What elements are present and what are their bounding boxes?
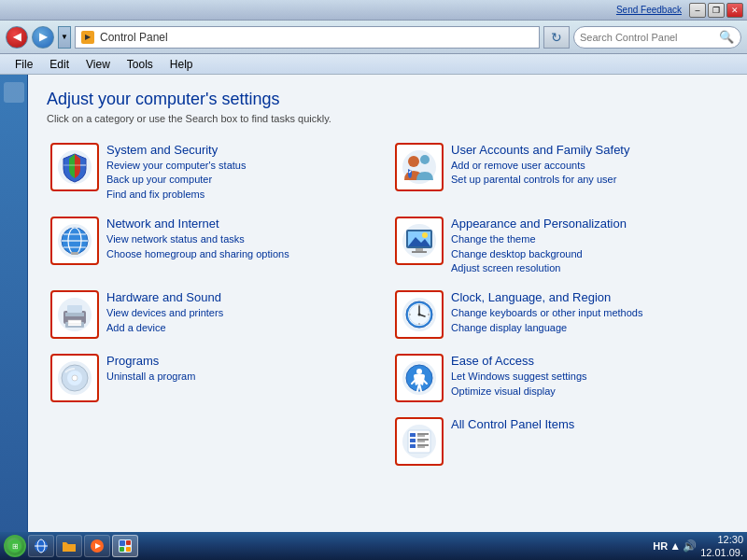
- ease-of-access-title[interactable]: Ease of Access: [451, 354, 587, 368]
- window-controls: – ❐ ✕: [689, 3, 743, 18]
- svg-rect-10: [71, 252, 78, 255]
- clock-icon: [395, 290, 444, 339]
- programs-text: Programs Uninstall a program: [106, 354, 195, 384]
- all-items-icon: [395, 417, 444, 466]
- content-area: Adjust your computer's settings Click on…: [28, 75, 747, 532]
- svg-point-39: [72, 375, 78, 381]
- go-button[interactable]: ↻: [543, 26, 570, 49]
- close-button[interactable]: ✕: [726, 3, 743, 18]
- hardware-title[interactable]: Hardware and Sound: [106, 290, 223, 304]
- category-programs[interactable]: Programs Uninstall a program: [47, 350, 384, 406]
- network-status-link[interactable]: View network status and tasks: [106, 232, 289, 246]
- network-icon: [50, 217, 99, 265]
- user-accounts-title[interactable]: User Accounts and Family Safety: [451, 143, 629, 157]
- screen-resolution-link[interactable]: Adjust screen resolution: [451, 261, 627, 275]
- svg-rect-51: [410, 444, 416, 448]
- category-system-security[interactable]: System and Security Review your computer…: [47, 139, 384, 205]
- forward-button[interactable]: ▶: [32, 26, 54, 49]
- clock: 12:30 12.01.09.: [700, 533, 743, 560]
- taskbar: ⊞ HR ▲ 🔊: [0, 532, 747, 560]
- start-button[interactable]: ⊞: [4, 535, 26, 557]
- taskbar-media-icon[interactable]: [84, 535, 110, 557]
- sidebar-icon: [4, 82, 24, 103]
- svg-rect-21: [67, 305, 82, 313]
- svg-point-42: [416, 369, 422, 374]
- svg-point-15: [422, 232, 428, 238]
- sidebar: [0, 75, 28, 532]
- category-hardware[interactable]: Hardware and Sound View devices and prin…: [47, 287, 384, 343]
- network-text: Network and Internet View network status…: [106, 217, 289, 261]
- user-accounts-icon: [395, 143, 444, 191]
- date: 12.01.09.: [700, 546, 743, 559]
- back-button[interactable]: ◀: [6, 26, 28, 49]
- add-remove-accounts-link[interactable]: Add or remove user accounts: [451, 159, 629, 173]
- dropdown-button[interactable]: ▼: [58, 26, 71, 49]
- review-status-link[interactable]: Review your computer's status: [106, 159, 246, 173]
- appearance-text: Appearance and Personalization Change th…: [451, 217, 627, 275]
- search-box: 🔍: [573, 26, 741, 49]
- change-theme-link[interactable]: Change the theme: [451, 232, 627, 246]
- svg-point-31: [418, 314, 421, 316]
- ease-of-access-icon: [395, 354, 444, 402]
- network-tray-icon: ▲: [669, 539, 681, 553]
- appearance-title[interactable]: Appearance and Personalization: [451, 217, 627, 231]
- programs-icon: [50, 354, 99, 402]
- network-title[interactable]: Network and Internet: [106, 217, 289, 231]
- desktop-background-link[interactable]: Change desktop background: [451, 247, 627, 261]
- search-input[interactable]: [580, 32, 714, 43]
- svg-rect-63: [126, 540, 131, 545]
- taskbar-control-panel-icon[interactable]: [112, 535, 138, 557]
- category-network[interactable]: Network and Internet View network status…: [47, 213, 384, 279]
- page-subtitle: Click on a category or use the Search bo…: [47, 113, 728, 124]
- restore-button[interactable]: ❐: [708, 3, 725, 18]
- taskbar-ie-icon[interactable]: [28, 535, 54, 557]
- menu-file[interactable]: File: [7, 56, 40, 73]
- svg-rect-20: [65, 313, 84, 316]
- send-feedback-link[interactable]: Send Feedback: [616, 5, 682, 15]
- breadcrumb-folder-icon: ▶: [81, 31, 94, 44]
- clock-title[interactable]: Clock, Language, and Region: [451, 290, 642, 304]
- category-clock[interactable]: Clock, Language, and Region Change keybo…: [391, 287, 728, 343]
- svg-rect-65: [126, 547, 131, 552]
- programs-title[interactable]: Programs: [106, 354, 195, 368]
- backup-link[interactable]: Back up your computer: [106, 173, 246, 187]
- keyboard-methods-link[interactable]: Change keyboards or other input methods: [451, 306, 642, 320]
- uninstall-link[interactable]: Uninstall a program: [106, 370, 195, 384]
- menu-help[interactable]: Help: [162, 56, 201, 73]
- visual-display-link[interactable]: Optimize visual display: [451, 385, 587, 399]
- categories-grid: System and Security Review your computer…: [47, 139, 728, 469]
- menu-view[interactable]: View: [78, 56, 118, 73]
- windows-suggest-link[interactable]: Let Windows suggest settings: [451, 370, 587, 384]
- svg-text:⊞: ⊞: [12, 542, 19, 551]
- time: 12:30: [700, 533, 743, 546]
- all-items-title[interactable]: All Control Panel Items: [451, 417, 574, 431]
- menu-tools[interactable]: Tools: [120, 56, 161, 73]
- svg-rect-24: [68, 320, 81, 324]
- homegroup-link[interactable]: Choose homegroup and sharing options: [106, 247, 289, 261]
- display-language-link[interactable]: Change display language: [451, 321, 642, 335]
- svg-rect-62: [120, 540, 125, 546]
- svg-rect-17: [412, 251, 427, 253]
- title-bar: Send Feedback – ❐ ✕: [0, 0, 747, 21]
- system-security-title[interactable]: System and Security: [106, 143, 246, 157]
- system-security-icon: [50, 143, 99, 191]
- category-ease-of-access[interactable]: Ease of Access Let Windows suggest setti…: [391, 350, 728, 406]
- category-all-items[interactable]: All Control Panel Items: [391, 413, 728, 469]
- category-appearance[interactable]: Appearance and Personalization Change th…: [391, 213, 728, 279]
- main-area: Adjust your computer's settings Click on…: [0, 75, 747, 532]
- page-title: Adjust your computer's settings: [47, 90, 728, 109]
- menu-edit[interactable]: Edit: [42, 56, 77, 73]
- clock-text: Clock, Language, and Region Change keybo…: [451, 290, 642, 335]
- taskbar-folder-icon[interactable]: [56, 535, 82, 557]
- breadcrumb-label: Control Panel: [100, 31, 168, 44]
- minimize-button[interactable]: –: [689, 3, 706, 18]
- devices-printers-link[interactable]: View devices and printers: [106, 306, 223, 320]
- search-icon[interactable]: 🔍: [718, 29, 735, 46]
- all-items-text: All Control Panel Items: [451, 417, 574, 433]
- category-user-accounts[interactable]: User Accounts and Family Safety Add or r…: [391, 139, 728, 205]
- menu-bar: File Edit View Tools Help: [0, 54, 747, 75]
- parental-controls-link[interactable]: Set up parental controls for any user: [451, 173, 629, 187]
- appearance-icon: [395, 217, 444, 265]
- add-device-link[interactable]: Add a device: [106, 321, 223, 335]
- fix-problems-link[interactable]: Find and fix problems: [106, 188, 246, 202]
